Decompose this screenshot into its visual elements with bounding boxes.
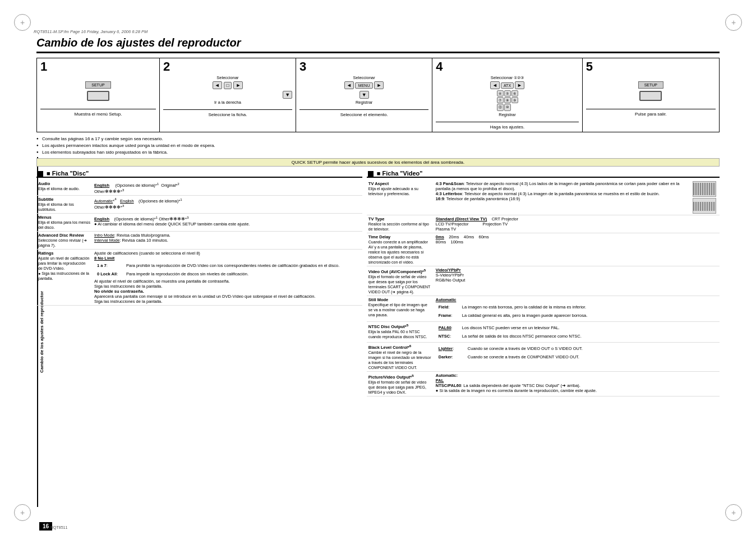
step-2-right-btn[interactable]: ►	[233, 81, 243, 89]
step-1-label: Muestra el menú Setup.	[40, 109, 156, 117]
bullet-3: Los elementos subrayados han sido preaju…	[36, 149, 720, 156]
step-4-label: Haga los ajustes.	[436, 122, 579, 130]
step-4-nav: ◄ ATX ►	[490, 81, 524, 89]
step-3: 3 Seleccionar ◄ MENU ► ▼ Registrar Selec…	[296, 58, 432, 132]
step-4: 4 Seleccionar ①②③ ◄ ATX ► ④ ⑤ ⑥ ⑦	[432, 58, 583, 132]
step-3-number: 3	[299, 61, 428, 73]
step-5: 5 SETUP Pulse para salir.	[583, 58, 719, 132]
video-tv-aspect-row: TV Aspect Elija el ajuste adecuado a su …	[367, 180, 720, 215]
disc-ratings-row: Ratings Ajuste un nivel de calificación …	[36, 250, 362, 306]
bullet-2: Los ajustes permanecen intactos aunque u…	[36, 142, 720, 149]
step-4-atv-btn[interactable]: ATX	[501, 82, 514, 89]
video-section: ■ Ficha "Video" TV Aspect Elija el ajust…	[367, 170, 720, 396]
disc-table: Audio Elija el idioma de audio. English …	[36, 180, 362, 306]
video-tv-aspect-label: TV Aspect Elija el ajuste adecuado a su …	[367, 180, 434, 215]
num-0[interactable]: ⓪	[497, 104, 504, 111]
step-3-down-btn[interactable]: ▼	[359, 91, 369, 99]
video-out-row: Video Out (AV/Component)*5 Elija el form…	[367, 266, 720, 296]
step-1-content: SETUP	[40, 73, 156, 107]
video-time-delay-row: Time Delay Cuando conecte a un amplifica…	[367, 233, 720, 266]
video-tv-aspect-content: 4:3 Pan&Scan: Televisor de aspecto norma…	[434, 180, 720, 215]
step-2-above-label: Seleccionar	[216, 75, 238, 80]
step-3-content: Seleccionar ◄ MENU ► ▼ Registrar	[299, 73, 428, 107]
disc-menus-label: Menus Elija el idioma para los menús del…	[36, 214, 93, 232]
step-1-button-visual	[87, 91, 109, 101]
num-7[interactable]: ⑦	[497, 97, 504, 103]
video-ntsc-disc-label: NTSC Disc Output*5 Elija la salida PAL 6…	[367, 321, 434, 342]
video-icon	[368, 171, 374, 177]
step-2-nav: ◄ □ ►	[213, 81, 243, 89]
corner-mark-tr	[725, 14, 742, 31]
video-tv-type-label: TV Type Realice la sección conforme al t…	[367, 215, 434, 233]
tv-aspect-img-2	[693, 198, 716, 214]
step-3-label: Seleccione el elemento.	[299, 109, 428, 117]
corner-mark-bl	[14, 504, 31, 521]
video-time-delay-content: 0ms 20ms 40ms 60ms 80ms 100ms	[434, 233, 720, 266]
step-1: 1 SETUP Muestra el menú Setup.	[37, 58, 160, 132]
num-10[interactable]: ⑩	[504, 104, 511, 111]
video-ntsc-disc-content: PAL60: Los discos NTSC pueden verse en u…	[434, 321, 720, 342]
video-ntsc-disc-row: NTSC Disc Output*5 Elija la salida PAL 6…	[367, 321, 720, 342]
video-picture-output-label: Picture/Video Output*5 Elija el formato …	[367, 372, 434, 396]
main-content: Cambio de los ajustes del reproductor 1 …	[36, 36, 720, 510]
step-2-number: 2	[163, 61, 292, 73]
page: RQT8511-M.SP.fm Page 16 Friday, January …	[0, 0, 756, 535]
bullet-1: Consulte las páginas 16 a 17 y cambie se…	[36, 136, 720, 142]
step-4-registrar: Registrar	[499, 112, 515, 117]
step-2-mid-btn[interactable]: □	[224, 82, 232, 89]
video-still-mode-row: Still Mode Especifique el tipo de imagen…	[367, 296, 720, 321]
step-2-down-btn[interactable]: ▼	[283, 91, 292, 99]
step-1-number: 1	[40, 61, 156, 73]
video-picture-output-content: Automatic: PAL NTSC/PAL60: La salida dep…	[434, 372, 720, 396]
num-4[interactable]: ④	[497, 90, 504, 96]
disc-menus-content: English (Opciones de idioma)*1 Other✻✻✻✻…	[93, 214, 362, 232]
disc-advanced-row: Advanced Disc Review Seleccione cómo rev…	[36, 232, 362, 250]
disc-advanced-content: Intro Mode: Revisa cada título/programa.…	[93, 232, 362, 250]
step-2-label: Seleccione la ficha.	[163, 109, 292, 117]
video-table: TV Aspect Elija el ajuste adecuado a su …	[367, 180, 720, 396]
step-3-down-row: ▼	[359, 91, 369, 99]
num-5[interactable]: ⑤	[504, 90, 511, 96]
step-3-above-label: Seleccionar	[353, 75, 375, 80]
rqt-code: RQT8511	[50, 525, 67, 529]
step-4-number: 4	[436, 61, 579, 73]
step-5-number: 5	[586, 61, 716, 73]
video-out-content: Video/YPbPr S-Video/YPbPr RGB/No Output	[434, 266, 720, 296]
step-4-right-btn[interactable]: ►	[515, 81, 524, 89]
step-3-right-btn[interactable]: ►	[374, 81, 384, 89]
step-2: 2 Seleccionar ◄ □ ► ▼ Ir a la derecha Se…	[160, 58, 296, 132]
step-4-left-btn[interactable]: ◄	[490, 81, 500, 89]
disc-advanced-label: Advanced Disc Review Seleccione cómo rev…	[36, 232, 93, 250]
corner-mark-br	[725, 504, 742, 521]
step-5-content: SETUP	[586, 73, 716, 107]
num-8[interactable]: ⑧	[504, 97, 511, 103]
disc-audio-row: Audio Elija el idioma de audio. English …	[36, 180, 362, 196]
video-out-label: Video Out (AV/Component)*5 Elija el form…	[367, 266, 434, 296]
step-3-left-btn[interactable]: ◄	[344, 81, 354, 89]
step-3-nav: ◄ MENU ►	[344, 81, 384, 89]
step-5-label: Pulse para salir.	[586, 109, 716, 117]
disc-subtitle-label: Subtitle Elija el idioma de los subtítul…	[36, 196, 93, 214]
steps-row: 1 SETUP Muestra el menú Setup. 2 Selecci…	[36, 58, 720, 132]
video-time-delay-label: Time Delay Cuando conecte a un amplifica…	[367, 233, 434, 266]
disc-menus-row: Menus Elija el idioma para los menús del…	[36, 214, 362, 232]
step-5-button-visual	[639, 91, 662, 101]
disc-subtitle-content: Automatic*4 English (Opciones de idioma)…	[93, 196, 362, 214]
disc-ratings-content: Ajuste de calificaciones (cuando se sele…	[93, 250, 362, 306]
header-file-line: RQT8511-M.SP.fm Page 16 Friday, January …	[34, 29, 722, 34]
video-picture-output-row: Picture/Video Output*5 Elija el formato …	[367, 372, 720, 396]
video-still-mode-content: Automatic Field: La imagen no está borro…	[434, 296, 720, 321]
step-2-left-btn[interactable]: ◄	[213, 81, 222, 89]
video-tv-type-content: Standard (Direct View TV) CRT Projector …	[434, 215, 720, 233]
step-2-down-row: ▼	[163, 91, 292, 99]
disc-icon	[38, 171, 43, 177]
video-black-level-content: Lighter: Cuando se conecte a través de V…	[434, 342, 720, 372]
quick-setup-bar: QUICK SETUP permite hacer ajustes sucesi…	[36, 158, 720, 167]
step-3-menu-btn[interactable]: MENU	[355, 82, 374, 89]
corner-mark-tl	[14, 14, 31, 31]
num-9[interactable]: ⑨	[511, 97, 518, 103]
num-6[interactable]: ⑥	[511, 90, 518, 96]
step-4-numpad-row: ④ ⑤ ⑥ ⑦ ⑧ ⑨ ⓪ ⑩	[497, 90, 518, 111]
step-2-content: Seleccionar ◄ □ ► ▼ Ir a la derecha	[163, 73, 292, 107]
disc-ratings-label: Ratings Ajuste un nivel de calificación …	[36, 250, 93, 306]
